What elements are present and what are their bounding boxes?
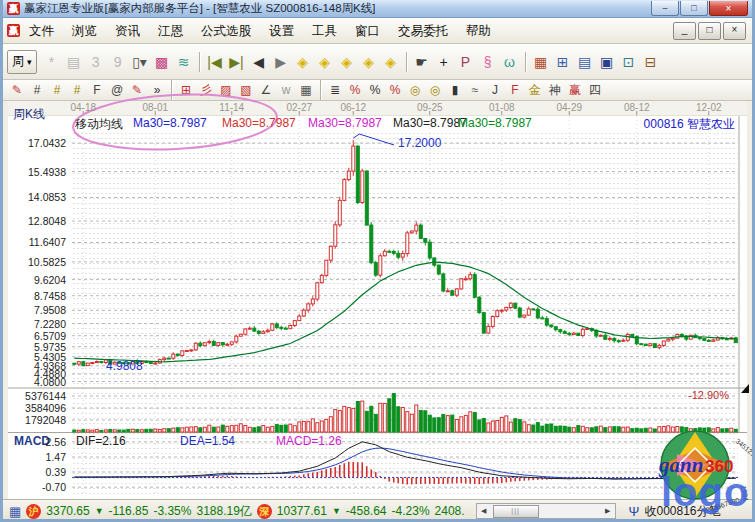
nine-pane-icon[interactable]: 9 (107, 50, 129, 74)
close-button[interactable]: × (709, 1, 748, 16)
prev-bar-icon[interactable]: ◀ (248, 50, 270, 74)
f-angle-line-icon[interactable]: F (505, 81, 525, 99)
price-axis-label: 14.0853 (8, 191, 66, 203)
sh-turnover: 3188.19亿 (196, 503, 251, 520)
f10-info-icon[interactable]: ▤ (63, 50, 85, 74)
menu-item-7[interactable]: 窗口 (346, 19, 389, 43)
menu-item-3[interactable]: 江恩 (149, 19, 192, 43)
toolbar-separator (525, 52, 526, 72)
gann-diamond-cross-icon[interactable]: ◈ (358, 50, 380, 74)
win-angle-line-icon[interactable]: 赢 (565, 81, 585, 99)
festival-marker-icon[interactable]: § (477, 50, 499, 74)
grid-ruler-icon[interactable]: # (27, 81, 47, 99)
brush-pen-icon[interactable]: ✎ (7, 81, 27, 99)
child-restore-button[interactable]: □ (698, 22, 721, 40)
sync-pc-icon[interactable]: ⊡ (618, 50, 640, 74)
toolbar-separator (199, 52, 200, 72)
gold-section-line-icon[interactable]: ◎ (425, 81, 445, 99)
wave-tool-icon[interactable]: ≈ (465, 81, 485, 99)
ma30-value-label-0: Ma30=8.7987 (133, 116, 207, 130)
j-angle-line-icon[interactable]: J (485, 81, 505, 99)
fibonacci-grid-icon[interactable]: F (87, 81, 107, 99)
low-price-annotation: 4.9808 (106, 359, 143, 373)
kline-chart-area[interactable]: 周K线 移动均线 000816 智慧农业 17.2000 4.9808 -12.… (8, 101, 747, 499)
macd-histogram (173, 462, 682, 485)
sz-index-value: 10377.61 (277, 504, 327, 518)
gann-diamond-expand-icon[interactable]: ◈ (380, 50, 402, 74)
pattern-match-icon[interactable]: * (41, 50, 63, 74)
menu-item-5[interactable]: 设置 (260, 19, 303, 43)
save-icon[interactable]: ▣ (596, 50, 618, 74)
hatched-box-tool-icon[interactable]: ▧ (236, 81, 256, 99)
gold-grid-dense-icon[interactable]: # (67, 81, 87, 99)
indicator-lines-icon[interactable]: ≋ (173, 50, 195, 74)
macd-axis-label: -0.70 (8, 481, 66, 493)
minimize-button[interactable]: – (651, 1, 679, 16)
price-axis-label: 17.0432 (8, 137, 66, 149)
shen-angle-line-icon[interactable]: 神 (545, 81, 565, 99)
toolbar-drawing: ✎###F@✎»⊞彡▨▧∠w▦≣%%%◎◎▮≈JF金神赢四 (3, 80, 752, 101)
gann-diamond-star-icon[interactable]: ◈ (314, 50, 336, 74)
maximize-button[interactable]: □ (680, 1, 708, 16)
scroll-left-arrow[interactable]: ◀ (477, 507, 491, 515)
gold-section-circle-icon[interactable]: ◎ (405, 81, 425, 99)
date-tick-label: 02-27 (279, 102, 319, 113)
first-bar-icon[interactable]: |◀ (204, 50, 226, 74)
percent-tool-icon[interactable]: % (365, 81, 385, 99)
scale-bars-icon[interactable]: ≣ (325, 81, 345, 99)
rect-box-tool-icon[interactable]: ⊞ (176, 81, 196, 99)
price-axis-label: 12.8048 (8, 215, 66, 227)
spiral-tool-icon[interactable]: @ (107, 81, 127, 99)
percent-lines-icon[interactable]: % (385, 81, 405, 99)
last-bar-icon[interactable]: ▶| (226, 50, 248, 74)
market-table-icon[interactable]: ▦ (9, 504, 21, 519)
horizontal-scrollbar[interactable]: ◀ ||| ▶ (476, 503, 616, 519)
zigzag-tool-icon[interactable]: w (276, 81, 296, 99)
calculator-icon[interactable]: ⊞ (552, 50, 574, 74)
candle-flag-icon[interactable]: ▮ (445, 81, 465, 99)
menu-item-6[interactable]: 工具 (303, 19, 346, 43)
next-bar-icon[interactable]: ▶ (270, 50, 292, 74)
menu-item-2[interactable]: 资讯 (106, 19, 149, 43)
four-angle-line-icon[interactable]: 四 (585, 81, 605, 99)
pattern-red-icon[interactable]: ▩ (151, 50, 173, 74)
angle-lines-icon[interactable]: ∠ (256, 81, 276, 99)
status-bar: ▦ 沪 3370.65 ▼ -116.85 -3.35% 3188.19亿 深 … (3, 499, 752, 522)
key-lock-icon[interactable]: P (455, 50, 477, 74)
price-axis-label: 11.6407 (8, 236, 66, 248)
date-tick-label: 08-12 (617, 102, 657, 113)
gold-angle-line-icon[interactable]: 金 (525, 81, 545, 99)
spiral-marker-icon[interactable]: ω (499, 50, 521, 74)
menu-item-1[interactable]: 浏览 (63, 19, 106, 43)
menu-item-9[interactable]: 帮助 (457, 19, 500, 43)
remote-data-icon[interactable]: ⊟ (640, 50, 662, 74)
gann-diamond-wide-icon[interactable]: ◈ (336, 50, 358, 74)
sh-index-value: 3370.65 (46, 504, 89, 518)
calendar-icon[interactable]: ▦ (530, 50, 552, 74)
gann-fan-icon[interactable]: 彡 (196, 81, 216, 99)
report-icon[interactable]: ▤ (574, 50, 596, 74)
menu-item-8[interactable]: 交易委托 (389, 19, 457, 43)
candle-style-dropdown-icon[interactable]: ▯▾ (129, 50, 151, 74)
gann-diamond-small-icon[interactable]: ◈ (292, 50, 314, 74)
three-pane-icon[interactable]: 3 (85, 50, 107, 74)
toolbar-separator (406, 52, 407, 72)
measure-brush-icon[interactable]: ✎ (127, 81, 147, 99)
hand-drag-icon[interactable]: ☛ (411, 50, 433, 74)
title-bar: 赢 赢家江恩专业版[赢家内部服务平台] - [智慧农业 SZ000816-148… (3, 0, 752, 18)
period-weekly-dropdown[interactable]: 周 ▾ (7, 50, 37, 74)
dense-grid-tool-icon[interactable]: ▦ (296, 81, 316, 99)
macd-axis-label: 2.56 (8, 436, 66, 448)
crosshair-icon[interactable]: + (433, 50, 455, 74)
date-tick-label: 04-29 (549, 102, 589, 113)
chevron-down-icon: ▾ (27, 57, 32, 67)
gold-grid-icon[interactable]: # (47, 81, 67, 99)
scroll-right-arrow[interactable]: ▶ (601, 507, 615, 515)
child-close-button[interactable]: × (723, 22, 746, 40)
menu-item-4[interactable]: 公式选股 (192, 19, 260, 43)
menu-item-0[interactable]: 文件 (20, 19, 63, 43)
percent-retrace-icon[interactable]: % (345, 81, 365, 99)
scrollbar-thumb[interactable]: ||| (493, 505, 539, 518)
child-minimize-button[interactable]: _ (673, 22, 696, 40)
ma-row-prefix: 移动均线 (75, 116, 123, 133)
